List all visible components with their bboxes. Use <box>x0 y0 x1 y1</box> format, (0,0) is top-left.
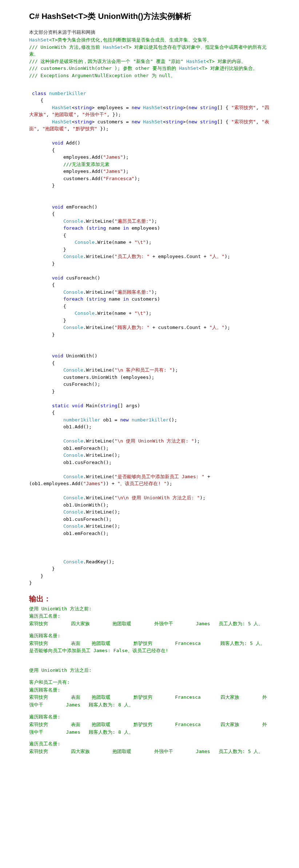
intro-comments: HashSet<T>类专为集合操作优化,包括判断数据项是否集合成员、生成并集、交… <box>29 36 270 79</box>
output-block: 使用 UnionWith 方法之前: 遍历员工名册: 索羽技穷 四大家族 抱团取… <box>29 605 270 756</box>
page-title: C# HashSet<T>类 UnionWith()方法实例解析 <box>29 11 270 22</box>
document-page: C# HashSet<T>类 UnionWith()方法实例解析 本文部分资料来… <box>0 0 299 770</box>
output-heading: 输出： <box>29 594 270 604</box>
code-block: class number1killer { HashSet<string> em… <box>29 83 270 587</box>
source-note: 本文部分资料来源于书籍和网摘 <box>29 29 270 36</box>
